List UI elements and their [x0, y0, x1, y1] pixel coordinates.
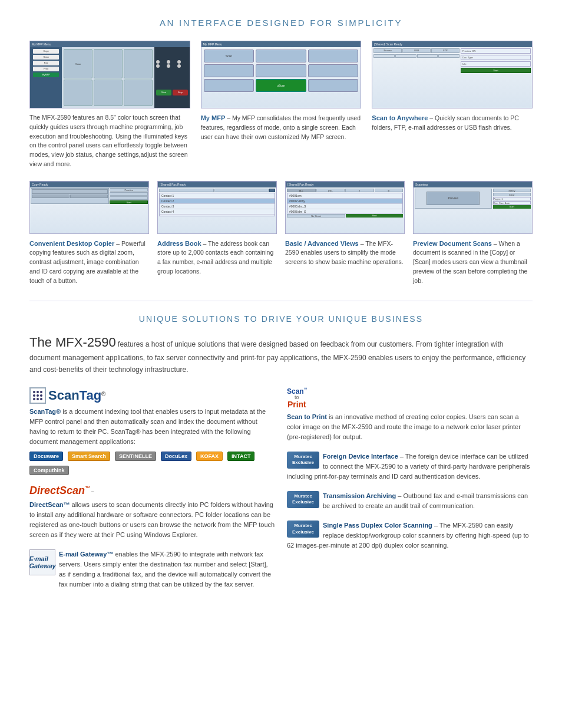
solutions-grid: ScanTag® ScanTag® is a document indexing… — [29, 387, 533, 599]
partner-docuware: Docuware — [29, 452, 63, 461]
scantag-wordmark: ScanTag® — [48, 389, 105, 402]
emailgw-title: E-mail Gateway™ — [59, 551, 113, 558]
top-features-grid: My MFP Menu Copy Scan Fax Print MyMFP Sc… — [29, 41, 533, 169]
emailgw-body: E-mail Gateway™ enables the MFX-2590 to … — [59, 549, 275, 589]
scantag-logo-area: ScanTag® — [29, 387, 275, 404]
scantag-reg-symbol: ® — [101, 390, 105, 397]
foreign-muratec-badge: MuratecExclusive — [287, 452, 319, 469]
copier-dash: – — [116, 240, 121, 247]
feature-col-scan-anywhere: [Shared] Scan Ready Browse USB FTP — [372, 41, 533, 169]
views-desc: Basic / Advanced Views – The MFX-2590 en… — [285, 239, 405, 267]
partner-doculex: DocuLex — [161, 452, 191, 461]
directscan-logo-area: DirectScan™ – — [29, 485, 275, 497]
intro-paragraph: The MFX-2590 features a host of unique s… — [29, 332, 533, 375]
svg-point-4 — [37, 394, 39, 397]
preview-desc: Preview Document Scans – When a document… — [413, 239, 533, 286]
feature-col-views: [Shared] Fax Ready ALL DEL T B #0001cm #… — [285, 181, 405, 286]
partner-sentinelle: SENTINELLE — [115, 452, 156, 461]
mymfp-desc: My MFP – My MFP consolidates the most fr… — [201, 113, 362, 141]
screen-copier: Copy Ready Practice Start — [29, 181, 149, 234]
scantag-body: ScanTag® is a document indexing tool tha… — [29, 407, 275, 447]
scan-anywhere-desc: Scan to Anywhere – Quickly scan document… — [372, 113, 533, 133]
partner-logos: Docuware Smart Search SENTINELLE DocuLex… — [29, 452, 275, 475]
screen-mymfp: My MFP Menu Scan uScan — [201, 41, 362, 108]
scantag-solution: ScanTag® ScanTag® is a document indexing… — [29, 387, 275, 475]
svg-point-5 — [40, 394, 42, 397]
partner-kofax: KOFAX — [196, 452, 223, 461]
svg-point-0 — [33, 391, 35, 393]
directscan-tagline: – — [91, 488, 94, 493]
svg-point-1 — [37, 391, 39, 393]
emailgw-icon-box: E·mailGateway — [29, 549, 55, 575]
address-book-dash: – — [203, 240, 209, 247]
archiving-solution: MuratecExclusive Transmission Archiving … — [287, 491, 533, 511]
screen-address-book: [Shared] Fax Ready Contact 1 Contact 2 C… — [157, 181, 277, 234]
solutions-left-col: ScanTag® ScanTag® is a document indexing… — [29, 387, 275, 599]
svg-point-7 — [37, 398, 39, 400]
directscan-wordmark: DirectScan™ — [29, 485, 90, 497]
mymfp-dash: – — [227, 114, 232, 121]
scan-word: Scan⠿ — [287, 387, 307, 395]
emailgw-logo-area: E·mailGateway E-mail Gateway™ enables th… — [29, 549, 275, 589]
directscan-title: DirectScan™ — [29, 501, 70, 508]
screen-scan-anywhere: [Shared] Scan Ready Browse USB FTP — [372, 41, 533, 108]
section-divider — [29, 301, 533, 301]
scan-anywhere-dash: – — [429, 114, 435, 121]
svg-point-2 — [40, 391, 42, 393]
duplex-body: Single Pass Duplex Color Scanning – The … — [287, 521, 533, 551]
feature-col-preview: Scanning Preview Safety Clear Pages: 1 D… — [413, 181, 533, 286]
scantag-bold: ScanTag® — [29, 408, 61, 415]
preview-title: Preview Document Scans — [413, 240, 492, 247]
emailgw-icon-text: E·mailGateway — [29, 555, 55, 569]
copier-desc: Convenient Desktop Copier – Powerful cop… — [29, 239, 149, 286]
solutions-right-col: Scan⠿ to Print Scan to Print is an innov… — [287, 387, 533, 599]
bottom-features-grid: Copy Ready Practice Start — [29, 181, 533, 286]
archiving-title: Transmission Archiving — [323, 492, 396, 499]
scantoprint-solution: Scan⠿ to Print Scan to Print is an innov… — [287, 387, 533, 442]
screen-preview: Scanning Preview Safety Clear Pages: 1 D… — [413, 181, 533, 234]
views-dash: – — [361, 240, 366, 247]
screen-control-panel: My MFP Menu Copy Scan Fax Print MyMFP Sc… — [29, 41, 190, 108]
directscan-body: DirectScan™ allows users to scan documen… — [29, 500, 275, 540]
scan-anywhere-title: Scan to Anywhere — [372, 114, 428, 121]
print-word: Print — [287, 400, 307, 409]
foreign-device-solution: MuratecExclusive Foreign Device Interfac… — [287, 452, 533, 482]
scantag-dots-icon — [32, 390, 44, 401]
emailgw-solution: E·mailGateway E-mail Gateway™ enables th… — [29, 549, 275, 589]
svg-point-3 — [33, 394, 35, 397]
feature-col-copier: Copy Ready Practice Start — [29, 181, 149, 286]
partner-intact: INTACT — [227, 452, 254, 461]
section1-title: AN INTERFACE DESIGNED FOR SIMPLICITY — [29, 18, 533, 28]
scantoprint-body: Scan to Print is an innovative method of… — [287, 412, 533, 442]
preview-dash: – — [494, 240, 499, 247]
control-panel-desc: The MFX-2590 features an 8.5" color touc… — [29, 113, 190, 169]
foreign-title: Foreign Device Interface — [323, 453, 398, 460]
duplex-solution: MuratecExclusive Single Pass Duplex Colo… — [287, 521, 533, 551]
scantoprint-logo-area: Scan⠿ to Print — [287, 387, 533, 409]
foreign-body: Foreign Device Interface – The foreign d… — [287, 452, 533, 482]
scantoprint-title: Scan to Print — [287, 413, 327, 420]
address-book-title: Address Book — [157, 240, 201, 247]
copier-title: Convenient Desktop Copier — [29, 240, 114, 247]
feature-col-mymfp: My MFP Menu Scan uScan My MFP – My MFP c… — [201, 41, 362, 169]
svg-point-8 — [40, 398, 42, 400]
duplex-muratec-badge: MuratecExclusive — [287, 521, 319, 538]
mfx-big-text: The MFX-2590 — [29, 335, 116, 350]
address-book-desc: Address Book – The address book can stor… — [157, 239, 277, 276]
scantag-tag: Tag — [80, 388, 101, 403]
svg-point-6 — [33, 398, 35, 400]
scantoprint-icon-area: Scan⠿ to Print — [287, 387, 307, 409]
scantag-text: is a document indexing tool that enables… — [29, 408, 266, 445]
mymfp-text: My MFP consolidates the most frequently … — [201, 114, 361, 140]
scantag-grid-icon — [29, 387, 46, 404]
scantag-word: Scan — [48, 388, 80, 403]
views-title: Basic / Advanced Views — [285, 240, 359, 247]
directscan-solution: DirectScan™ – DirectScan™ allows users t… — [29, 485, 275, 540]
partner-smart-search: Smart Search — [68, 452, 110, 461]
feature-col-address-book: [Shared] Fax Ready Contact 1 Contact 2 C… — [157, 181, 277, 286]
section2-title: UNIQUE SOLUTIONS TO DRIVE YOUR UNIQUE BU… — [29, 314, 533, 324]
screen-views: [Shared] Fax Ready ALL DEL T B #0001cm #… — [285, 181, 405, 234]
archiving-body: Transmission Archiving – Outbound fax an… — [287, 491, 533, 511]
emailgw-text-area: E-mail Gateway™ enables the MFX-2590 to … — [59, 549, 275, 589]
archiving-muratec-badge: MuratecExclusive — [287, 491, 319, 508]
